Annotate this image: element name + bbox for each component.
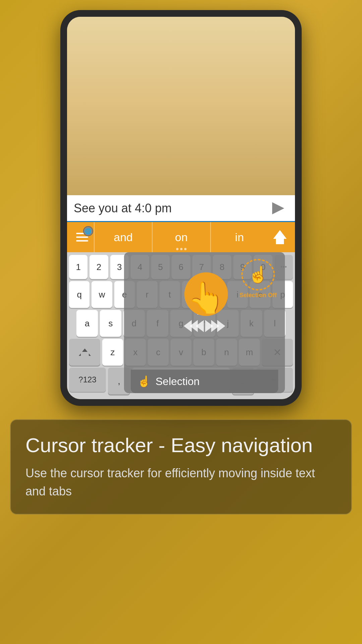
key-123[interactable]: ?123 [69, 368, 106, 392]
shift-up-icon [273, 230, 287, 244]
arrows-left [185, 320, 203, 332]
arrow-body [276, 239, 284, 244]
wallpaper-area [67, 17, 295, 195]
dot-1 [176, 248, 178, 250]
arrow-head [273, 230, 287, 239]
key-1[interactable]: 1 [69, 255, 87, 279]
send-button[interactable] [268, 198, 288, 218]
send-icon [272, 202, 284, 214]
tracker-label-text: Selection [156, 375, 200, 388]
phone-inner: See you at 4:0 pm 🌐 and on [67, 17, 295, 399]
suggestion-dots [176, 248, 186, 250]
keyboard-area: 1 2 3 4 5 6 7 8 9 0 ••• q w e r t y u [67, 252, 295, 399]
hand-cursor: 👆 [184, 272, 228, 316]
suggestions-bar: 🌐 and on in [67, 222, 295, 252]
key-s[interactable]: s [100, 310, 121, 337]
input-text: See you at 4:0 pm [74, 201, 172, 215]
dot-3 [184, 248, 186, 250]
key-a[interactable]: a [76, 310, 98, 337]
arrows-right [206, 320, 224, 332]
menu-icon-button[interactable]: 🌐 [70, 225, 94, 249]
key-2[interactable]: 2 [89, 255, 108, 279]
left-right-row: 👆 [131, 320, 278, 332]
key-z[interactable]: z [102, 339, 123, 366]
caption-description: Use the cursor tracker for efficiently m… [25, 464, 337, 500]
arrow-right-3 [217, 320, 225, 332]
suggestion-on[interactable]: on [152, 222, 210, 252]
key-shift[interactable] [69, 339, 100, 366]
caption-title: Cursor tracker - Easy navigation [25, 433, 337, 458]
dot-2 [180, 248, 182, 250]
cursor-tracker-overlay[interactable]: ☝ Selection Off [124, 252, 285, 393]
globe-icon: 🌐 [83, 226, 93, 236]
text-input-bar: See you at 4:0 pm [67, 195, 295, 222]
caption-area: Cursor tracker - Easy navigation Use the… [10, 419, 352, 515]
hand-circle: 👆 [184, 272, 228, 316]
tracker-label-icon: ☝ [137, 375, 151, 388]
key-q[interactable]: q [69, 281, 89, 308]
shift-suggestions-button[interactable] [268, 225, 292, 249]
tracker-label: ☝ Selection [131, 370, 278, 393]
suggestion-and[interactable]: and [94, 222, 152, 252]
suggestion-in[interactable]: in [210, 222, 268, 252]
key-w[interactable]: w [92, 281, 112, 308]
hand-emoji: 👆 [187, 282, 225, 313]
arrow-left-3 [196, 320, 204, 332]
tracker-nav-area: 👆 [131, 259, 278, 366]
menu-line-2 [76, 236, 88, 238]
text-input-field[interactable]: See you at 4:0 pm [74, 201, 268, 215]
menu-line-3 [76, 240, 88, 241]
phone-shell: See you at 4:0 pm 🌐 and on [60, 10, 302, 406]
